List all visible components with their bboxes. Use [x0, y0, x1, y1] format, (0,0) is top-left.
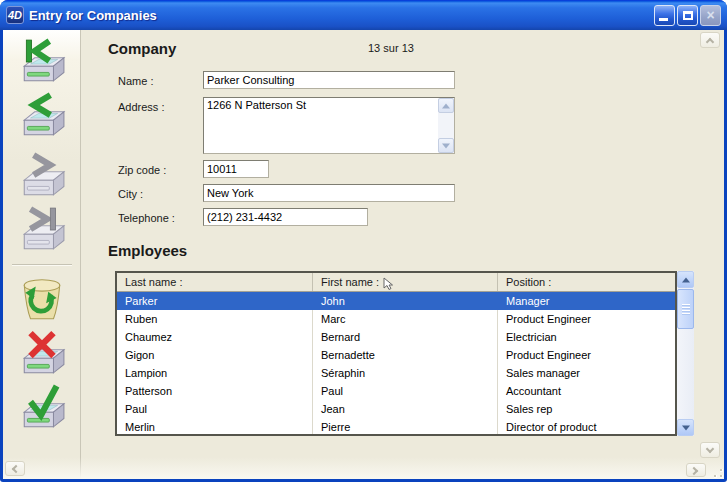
arrow-up-icon: [442, 103, 450, 108]
arrow-down-icon: [442, 143, 450, 148]
window-scroll-right-button[interactable]: [686, 463, 706, 477]
4d-logo-icon: 4D: [6, 6, 24, 24]
table-row[interactable]: Patterson Paul Accountant: [117, 382, 675, 400]
minimize-button[interactable]: [654, 5, 675, 26]
window-scroll-up-button[interactable]: [700, 32, 720, 48]
close-button[interactable]: ×: [700, 5, 721, 26]
city-input[interactable]: [203, 184, 455, 202]
zip-code-input[interactable]: [203, 160, 269, 178]
table-row[interactable]: Chaumez Bernard Electrician: [117, 328, 675, 346]
next-record-button[interactable]: [16, 152, 68, 200]
previous-record-icon: [16, 92, 68, 140]
first-record-button[interactable]: [16, 38, 68, 86]
accept-icon: [16, 384, 68, 432]
city-field-label: City :: [118, 188, 143, 200]
maximize-icon: [683, 11, 693, 20]
employees-section-heading: Employees: [108, 242, 187, 259]
close-icon: ×: [701, 7, 720, 23]
arrow-down-icon: [682, 425, 690, 430]
zip-code-field-label: Zip code :: [118, 164, 166, 176]
next-record-icon: [16, 152, 68, 200]
arrow-up-icon: [682, 277, 690, 282]
company-section-heading: Company: [108, 40, 176, 57]
window-scroll-down-button[interactable]: [700, 442, 720, 458]
toolbar-divider: [12, 264, 72, 266]
arrow-right-icon: [690, 467, 698, 475]
table-scrollbar-thumb[interactable]: [677, 289, 694, 329]
cancel-icon: [16, 330, 68, 378]
address-scrollbar: [438, 98, 454, 153]
table-row[interactable]: Parker John Manager: [117, 292, 675, 310]
arrow-down-icon: [706, 445, 714, 453]
titlebar[interactable]: 4D Entry for Companies ×: [0, 0, 727, 30]
column-header-first-name[interactable]: First name :: [313, 273, 498, 291]
bottom-fade: [3, 457, 724, 479]
resize-grip[interactable]: [710, 466, 724, 479]
address-scroll-down-button[interactable]: [438, 138, 454, 153]
employees-table: Last name : First name : Position : Park…: [115, 271, 677, 436]
record-toolbar: [3, 30, 81, 479]
cancel-button[interactable]: [16, 330, 68, 378]
table-scroll-up-button[interactable]: [677, 271, 694, 288]
last-record-icon: [16, 206, 68, 254]
column-header-position[interactable]: Position :: [498, 273, 675, 291]
application-window: 4D Entry for Companies ×: [0, 0, 727, 482]
previous-record-button[interactable]: [16, 92, 68, 140]
employees-table-scrollbar: [677, 271, 694, 436]
window-scroll-left-button[interactable]: [5, 461, 25, 476]
table-row[interactable]: Paul Jean Sales rep: [117, 400, 675, 418]
address-field: 1266 N Patterson St: [203, 97, 455, 154]
employees-table-header: Last name : First name : Position :: [117, 273, 675, 292]
telephone-input[interactable]: [203, 208, 368, 226]
delete-record-icon: [16, 276, 68, 324]
minimize-icon: [659, 18, 668, 21]
telephone-field-label: Telephone :: [118, 212, 175, 224]
table-row[interactable]: Ruben Marc Product Engineer: [117, 310, 675, 328]
window-title: Entry for Companies: [29, 8, 654, 23]
first-record-icon: [16, 38, 68, 86]
delete-record-button[interactable]: [16, 276, 68, 324]
last-record-button[interactable]: [16, 206, 68, 254]
record-counter: 13 sur 13: [368, 42, 414, 54]
name-input[interactable]: [203, 71, 455, 89]
address-field-label: Address :: [118, 101, 164, 113]
maximize-button[interactable]: [677, 5, 698, 26]
name-field-label: Name :: [118, 75, 153, 87]
column-header-last-name[interactable]: Last name :: [117, 273, 313, 291]
address-input[interactable]: 1266 N Patterson St: [204, 98, 438, 153]
client-area: Company 13 sur 13 Name : Address : 1266 …: [3, 30, 724, 479]
arrow-left-icon: [12, 465, 20, 473]
table-row[interactable]: Gigon Bernadette Product Engineer: [117, 346, 675, 364]
thumb-grip-icon: [682, 304, 690, 315]
arrow-up-icon: [706, 38, 714, 46]
table-row[interactable]: Lampion Séraphin Sales manager: [117, 364, 675, 382]
address-scroll-up-button[interactable]: [438, 98, 454, 113]
table-row[interactable]: Merlin Pierre Director of product: [117, 418, 675, 436]
table-scroll-down-button[interactable]: [677, 419, 694, 436]
accept-button[interactable]: [16, 384, 68, 432]
